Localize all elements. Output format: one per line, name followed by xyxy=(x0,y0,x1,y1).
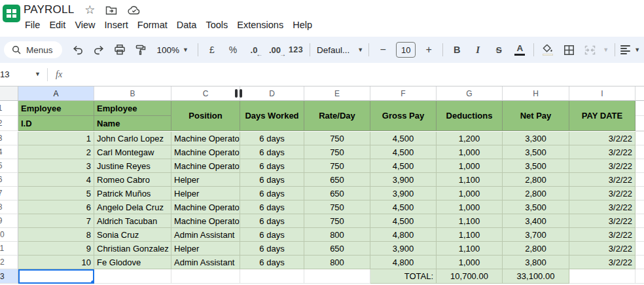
cell-i13[interactable] xyxy=(569,269,635,284)
cell-date[interactable]: 3/2/22 xyxy=(569,200,635,214)
row-header-8[interactable]: 8 xyxy=(0,200,18,214)
cell-rate[interactable]: 650 xyxy=(304,187,370,200)
cell-days[interactable]: 6 days xyxy=(240,132,304,145)
cell-rate[interactable]: 650 xyxy=(304,173,370,187)
cell-name[interactable]: Patrick Muños xyxy=(94,187,171,200)
cell-date[interactable]: 3/2/22 xyxy=(569,159,635,173)
cell-date[interactable]: 3/2/22 xyxy=(569,228,635,242)
column-header-a[interactable]: A xyxy=(18,86,94,101)
total-net-pay-cell[interactable]: 33,100.00 xyxy=(503,269,569,284)
cell-position[interactable]: Admin Assistant xyxy=(171,228,240,242)
cell-date[interactable]: 3/2/22 xyxy=(569,173,635,187)
sheets-logo-icon[interactable] xyxy=(3,5,20,22)
cell-sliver[interactable] xyxy=(635,242,644,256)
zoom-control[interactable]: 100% ▼ xyxy=(153,41,192,58)
cell-deductions[interactable]: 1,200 xyxy=(437,132,503,145)
cell-id[interactable]: 2 xyxy=(18,145,94,159)
cell-net[interactable]: 3,300 xyxy=(503,132,569,145)
star-icon[interactable]: ☆ xyxy=(84,4,95,16)
cell-gross[interactable]: 4,500 xyxy=(370,200,437,214)
column-header-c[interactable]: C xyxy=(171,86,240,101)
cell-net[interactable]: 2,800 xyxy=(503,187,569,200)
cell-position[interactable]: Admin Assistant xyxy=(171,256,240,269)
cell-days[interactable]: 6 days xyxy=(240,187,304,200)
header-cell-pay-date[interactable]: PAY DATE xyxy=(569,101,635,131)
cell-id[interactable]: 8 xyxy=(18,228,94,242)
total-label-cell[interactable]: TOTAL: xyxy=(370,269,437,284)
cell-position[interactable]: Helper xyxy=(171,242,240,256)
column-header-e[interactable]: E xyxy=(304,86,370,101)
cell-id[interactable]: 3 xyxy=(18,159,94,173)
cell-id[interactable]: 6 xyxy=(18,200,94,214)
decrease-font-size-button[interactable]: − xyxy=(374,41,391,58)
cell-sliver[interactable] xyxy=(635,256,644,269)
borders-button[interactable] xyxy=(560,41,577,58)
row-header-9[interactable]: 9 xyxy=(0,214,18,228)
menu-file[interactable]: File xyxy=(25,20,40,30)
cell-gross[interactable]: 3,900 xyxy=(370,187,437,200)
cell-net[interactable]: 2,800 xyxy=(503,242,569,256)
row-header-5[interactable]: 5 xyxy=(0,159,18,173)
cell-sliver[interactable] xyxy=(635,200,644,214)
cell-c13[interactable] xyxy=(171,269,240,284)
cell-deductions[interactable]: 1,000 xyxy=(437,256,503,269)
cell-id[interactable]: 5 xyxy=(18,187,94,200)
row-header-11[interactable]: 11 xyxy=(0,242,18,256)
menu-help[interactable]: Help xyxy=(293,20,312,30)
cell-name[interactable]: John Carlo Lopez xyxy=(94,132,171,145)
move-to-folder-icon[interactable] xyxy=(105,5,117,15)
header-cell-rate-day[interactable]: Rate/Day xyxy=(304,101,370,131)
row-header-7[interactable]: 7 xyxy=(0,187,18,200)
header-cell-employee-id-line2[interactable]: I.D xyxy=(18,116,94,131)
cell-rate[interactable]: 750 xyxy=(304,159,370,173)
header-cell-deductions[interactable]: Deductions xyxy=(437,101,503,131)
cell-id[interactable]: 9 xyxy=(18,242,94,256)
header-cell-position[interactable]: Position xyxy=(171,101,240,131)
strikethrough-button[interactable]: S xyxy=(490,41,507,58)
row-header-13[interactable]: 13 xyxy=(0,269,18,284)
cell-gross[interactable]: 4,800 xyxy=(370,256,437,269)
column-resize-handle[interactable] xyxy=(235,89,243,98)
cell-date[interactable]: 3/2/22 xyxy=(569,132,635,145)
menu-view[interactable]: View xyxy=(75,20,95,30)
increase-font-size-button[interactable]: + xyxy=(420,41,437,58)
cell-deductions[interactable]: 1,100 xyxy=(437,214,503,228)
menu-extensions[interactable]: Extensions xyxy=(237,20,283,30)
font-size-input[interactable]: 10 xyxy=(396,42,416,58)
column-header-d[interactable]: D xyxy=(240,86,304,101)
cell-position[interactable]: Helper xyxy=(171,173,240,187)
cell-id[interactable]: 7 xyxy=(18,214,94,228)
cell-net[interactable]: 3,400 xyxy=(503,214,569,228)
header-cell-net-pay[interactable]: Net Pay xyxy=(503,101,569,131)
cell-sliver[interactable] xyxy=(635,187,644,200)
cell-gross[interactable]: 4,500 xyxy=(370,145,437,159)
menu-tools[interactable]: Tools xyxy=(206,20,228,30)
cell-position[interactable]: Helper xyxy=(171,187,240,200)
cell-name[interactable]: Christian Gonzalez xyxy=(94,242,171,256)
cell-gross[interactable]: 3,900 xyxy=(370,242,437,256)
cell-id[interactable]: 10 xyxy=(18,256,94,269)
print-button[interactable] xyxy=(111,41,128,58)
cell-gross[interactable]: 4,800 xyxy=(370,228,437,242)
cell-deductions[interactable]: 1,000 xyxy=(437,187,503,200)
cell-gross[interactable]: 4,500 xyxy=(370,132,437,145)
cell-position[interactable]: Machine Operator xyxy=(171,159,240,173)
column-header-i[interactable]: I xyxy=(569,86,635,101)
fill-handle[interactable] xyxy=(91,280,94,284)
menu-format[interactable]: Format xyxy=(137,20,168,30)
bold-button[interactable]: B xyxy=(448,41,465,58)
column-header-f[interactable]: F xyxy=(370,86,437,101)
number-format-button[interactable]: 123 xyxy=(287,41,304,58)
cell-sliver[interactable] xyxy=(635,269,644,284)
horizontal-align-button[interactable]: ▼ xyxy=(620,41,640,58)
cell-deductions[interactable]: 1,000 xyxy=(437,145,503,159)
cell-net[interactable]: 3,500 xyxy=(503,145,569,159)
cell-days[interactable]: 6 days xyxy=(240,173,304,187)
cell-position[interactable]: Machine Operator xyxy=(171,200,240,214)
row-header-12[interactable]: 12 xyxy=(0,256,18,269)
cell-e13[interactable] xyxy=(304,269,370,284)
cell-sliver[interactable] xyxy=(635,173,644,187)
cell-gross[interactable]: 3,900 xyxy=(370,173,437,187)
cell-rate[interactable]: 800 xyxy=(304,228,370,242)
row-header-2[interactable]: 2 xyxy=(0,116,18,131)
